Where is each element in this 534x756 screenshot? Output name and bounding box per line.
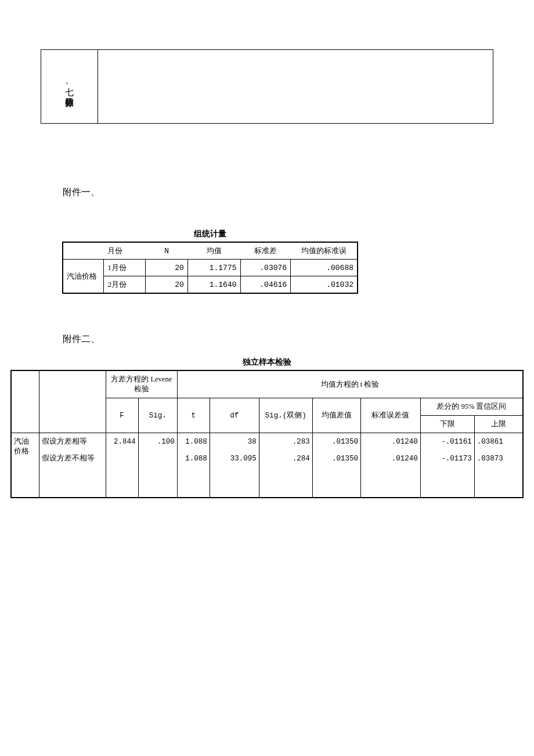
col-header: 月份 [104,242,146,260]
col-header: 均值差值 [312,398,360,433]
row-label: 汽油价格 [11,433,39,498]
row-label: 汽油价格 [63,260,104,294]
cell-n: 20 [146,276,188,294]
cell-sediff: .01240 [361,450,421,467]
page: 七、指导教师 附件一、 组统计量 月份 N 均值 标准差 均值的标准误 汽油价格… [0,0,534,498]
section-box: 七、指导教师 [41,49,493,124]
blank-cell [177,467,210,498]
group-statistics-table: 月份 N 均值 标准差 均值的标准误 汽油价格 1月份 20 1.1775 .0… [62,242,358,294]
cell-df: 38 [210,433,259,451]
cell-sig2: .283 [259,433,312,451]
col-header: 标准差 [240,242,291,260]
independent-samples-test-table: 方差方程的 Levene 检验 均值方程的 t 检验 F Sig. t df S… [10,370,524,498]
cell-meandiff: .01350 [312,433,360,451]
table-header-row: 方差方程的 Levene 检验 均值方程的 t 检验 [11,370,523,398]
cell-mean: 1.1775 [187,260,240,276]
col-header: t [177,398,210,433]
cell-df: 33.095 [210,450,259,467]
blank-cell [39,370,106,433]
table-row: 汽油价格 假设方差相等 2.844 .100 1.088 38 .283 .01… [11,433,523,451]
col-header: 均值 [187,242,240,260]
col-header: 下限 [420,416,474,433]
cell-sd: .04616 [240,276,291,294]
table-row: 2月份 20 1.1640 .04616 .01032 [63,276,358,294]
section-box-wrap: 七、指导教师 [41,49,493,124]
table-header-row: 月份 N 均值 标准差 均值的标准误 [63,242,358,260]
section-label: 七、指导教师 [64,81,74,93]
table-row-padding [11,467,523,498]
table1-wrap: 组统计量 月份 N 均值 标准差 均值的标准误 汽油价格 1月份 20 1.17… [62,229,358,294]
cell-sediff: .01240 [361,433,421,451]
attachment1-heading: 附件一、 [63,186,534,199]
cell-month: 2月份 [104,276,146,294]
cell-lower: -.01161 [420,433,474,451]
cell-sem: .00688 [291,260,358,276]
cell-assumption: 假设方差不相等 [39,450,106,467]
table2-title: 独立样本检验 [10,357,524,370]
blank-cell [361,467,421,498]
cell-sem: .01032 [291,276,358,294]
cell-month: 1月份 [104,260,146,276]
cell-t: 1.088 [177,433,210,451]
col-header [63,242,104,260]
cell-upper: .03873 [474,450,523,467]
cell-t: 1.088 [177,450,210,467]
cell-sig [138,450,177,467]
col-header: N [146,242,188,260]
blank-cell [259,467,312,498]
cell-mean: 1.1640 [187,276,240,294]
table2-wrap: 独立样本检验 方差方程的 Levene 检验 均值方程的 t 检验 F Sig.… [10,357,524,498]
cell-F [106,450,138,467]
col-header: Sig.(双侧) [259,398,312,433]
col-header: F [106,398,138,433]
cell-assumption: 假设方差相等 [39,433,106,451]
table-row: 汽油价格 1月份 20 1.1775 .03076 .00688 [63,260,358,276]
group-header-ttest: 均值方程的 t 检验 [177,370,523,398]
cell-F: 2.844 [106,433,138,451]
blank-cell [39,467,106,498]
cell-upper: .03861 [474,433,523,451]
cell-sig2: .284 [259,450,312,467]
blank-cell [210,467,259,498]
blank-cell [474,467,523,498]
section-content-empty [98,50,493,123]
cell-sig: .100 [138,433,177,451]
attachment2-heading: 附件二、 [63,333,534,345]
col-header: 均值的标准误 [291,242,358,260]
cell-sd: .03076 [240,260,291,276]
blank-cell [106,467,138,498]
group-header-levene: 方差方程的 Levene 检验 [106,370,177,398]
table1-title: 组统计量 [62,229,358,242]
blank-cell [420,467,474,498]
cell-meandiff: .01350 [312,450,360,467]
cell-n: 20 [146,260,188,276]
col-header: Sig. [138,398,177,433]
section-label-cell: 七、指导教师 [41,50,98,123]
col-header: df [210,398,259,433]
table-row: 假设方差不相等 1.088 33.095 .284 .01350 .01240 … [11,450,523,467]
col-header: 标准误差值 [361,398,421,433]
cell-lower: -.01173 [420,450,474,467]
blank-cell [312,467,360,498]
group-header-ci: 差分的 95% 置信区间 [420,398,523,416]
col-header: 上限 [474,416,523,433]
blank-cell [11,370,39,433]
blank-cell [138,467,177,498]
